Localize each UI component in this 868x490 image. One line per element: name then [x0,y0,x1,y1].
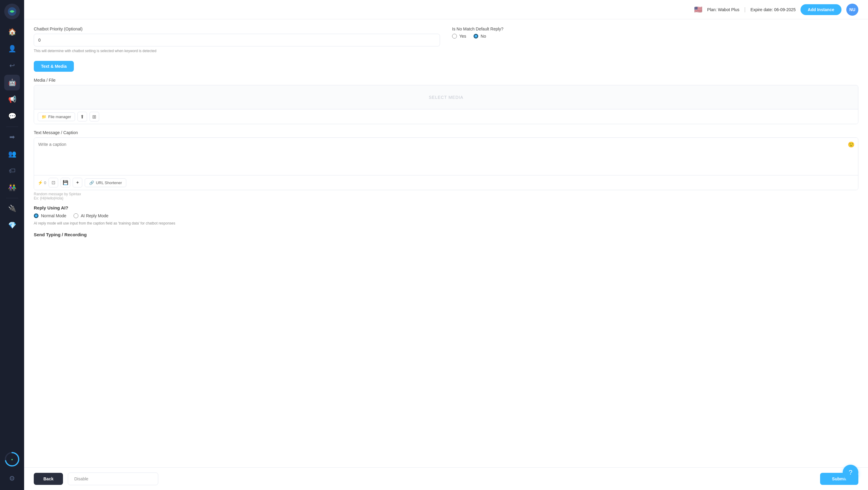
priority-nomatch-row: Chatbot Priority (Optional) This will de… [34,27,858,54]
progress-ring: ● [4,452,20,467]
chatbot-priority-section: Chatbot Priority (Optional) This will de… [34,27,440,54]
spintax-line2: Ex: {Hi|Hello|Hola} [34,196,858,201]
no-match-label: Is No Match Default Reply? [452,27,858,31]
no-match-radio-group: Yes No [452,34,858,38]
sidebar-item-chat[interactable]: 💬 [4,109,20,124]
radio-yes-text: Yes [459,34,466,38]
form-container: Chatbot Priority (Optional) This will de… [24,19,868,467]
radio-yes-label[interactable]: Yes [452,34,466,38]
caption-section: Text Message / Caption 🙂 ⚡ 0 ⊡ 💾 ✦ [34,130,858,201]
char-count-value: 0 [44,181,46,185]
sidebar-item-contacts[interactable]: 👥 [4,146,20,162]
folder-icon: 📁 [41,115,46,119]
sidebar-item-users[interactable]: 👤 [4,41,20,57]
send-typing-section: Send Typing / Recording [34,232,858,237]
sidebar-item-premium[interactable]: 💎 [4,218,20,233]
avatar[interactable]: NU [846,4,858,16]
link-icon: 🔗 [89,181,94,185]
media-file-section: Media / File SELECT MEDIA 📁 File manager… [34,78,858,124]
sidebar-item-transfer[interactable]: ➡ [4,129,20,145]
sidebar-item-reply[interactable]: ↩ [4,58,20,73]
header-divider: | [744,6,746,13]
radio-no-text: No [481,34,486,38]
radio-no-label[interactable]: No [473,34,486,38]
ai-icon[interactable]: ✦ [73,178,82,187]
save-icon[interactable]: 💾 [61,178,70,187]
normal-mode-label[interactable]: Normal Mode [34,213,66,218]
char-count-icon: ⚡ [38,180,43,185]
sidebar-item-settings[interactable]: ⚙ [4,471,20,486]
media-select-text: SELECT MEDIA [429,95,463,100]
disable-select[interactable]: Disable [68,472,158,485]
sidebar-item-tags[interactable]: 🏷 [4,163,20,179]
caption-label: Text Message / Caption [34,130,858,135]
file-manager-button[interactable]: 📁 File manager [38,113,75,121]
no-match-section: Is No Match Default Reply? Yes No [452,27,858,38]
grid-icon[interactable]: ⊞ [90,112,99,121]
chatbot-priority-hint: This will determine with chatbot setting… [34,48,440,54]
tab-bar: Text & Media [34,61,858,72]
radio-yes-input[interactable] [452,34,457,38]
url-shortener-button[interactable]: 🔗 URL Shortener [85,178,126,187]
radio-ai-input[interactable] [73,213,79,218]
chatbot-priority-label: Chatbot Priority (Optional) [34,27,440,31]
media-toolbar: 📁 File manager ⬆ ⊞ [34,110,858,124]
send-typing-label: Send Typing / Recording [34,232,858,237]
ai-reply-mode-label[interactable]: AI Reply Mode [73,213,108,218]
media-file-label: Media / File [34,78,858,83]
spintax-line1: Random message by Spintax [34,192,858,196]
plan-label: Plan: Wabot Plus [707,7,739,12]
media-select-area[interactable]: SELECT MEDIA [34,85,858,110]
sidebar: 🏠 👤 ↩ 🤖 📢 💬 ➡ 👥 🏷 👫 🔌 💎 ● ⚙ [0,0,24,490]
caption-textarea[interactable] [34,138,858,174]
media-box: SELECT MEDIA 📁 File manager ⬆ ⊞ [34,85,858,124]
flag-icon: 🇺🇸 [694,6,702,13]
upload-icon[interactable]: ⬆ [78,112,87,121]
reply-ai-radio-group: Normal Mode AI Reply Mode [34,213,858,218]
help-fab-button[interactable]: ? [843,465,858,480]
reply-ai-label: Reply Using AI? [34,205,858,210]
header: 🇺🇸 Plan: Wabot Plus | Expire date: 06-09… [24,0,868,19]
back-button[interactable]: Back [34,473,63,485]
sidebar-item-home[interactable]: 🏠 [4,24,20,40]
radio-normal-input[interactable] [34,213,38,218]
main-area: 🇺🇸 Plan: Wabot Plus | Expire date: 06-09… [24,0,868,490]
chatbot-priority-input[interactable] [34,34,440,47]
emoji-picker-icon[interactable]: 🙂 [848,141,855,148]
sidebar-logo[interactable] [4,4,20,19]
radio-ai-text: AI Reply Mode [81,213,108,218]
expire-label: Expire date: 06-09-2025 [750,7,796,12]
content-area: Chatbot Priority (Optional) This will de… [24,19,868,467]
sidebar-item-integrations[interactable]: 🔌 [4,201,20,216]
sidebar-item-bot[interactable]: 🤖 [4,75,20,90]
radio-normal-text: Normal Mode [41,213,66,218]
file-manager-label: File manager [48,115,71,119]
reply-ai-section: Reply Using AI? Normal Mode AI Reply Mod… [34,205,858,226]
add-instance-button[interactable]: Add Instance [801,4,841,15]
radio-no-input[interactable] [473,34,478,38]
variable-icon[interactable]: ⊡ [49,178,58,187]
char-count: ⚡ 0 [38,180,46,185]
tab-text-media[interactable]: Text & Media [34,61,74,72]
sidebar-item-team[interactable]: 👫 [4,180,20,195]
spintax-hint: Random message by Spintax Ex: {Hi|Hello|… [34,192,858,201]
bottom-bar: Back Disable Submit [24,467,868,490]
sidebar-item-campaign[interactable]: 📢 [4,92,20,107]
caption-toolbar: ⚡ 0 ⊡ 💾 ✦ 🔗 URL Shortener [34,175,858,190]
caption-box: 🙂 ⚡ 0 ⊡ 💾 ✦ 🔗 URL Shortener [34,137,858,190]
ai-hint-text: AI reply mode will use input from the ca… [34,221,858,226]
url-shortener-label: URL Shortener [96,181,122,185]
